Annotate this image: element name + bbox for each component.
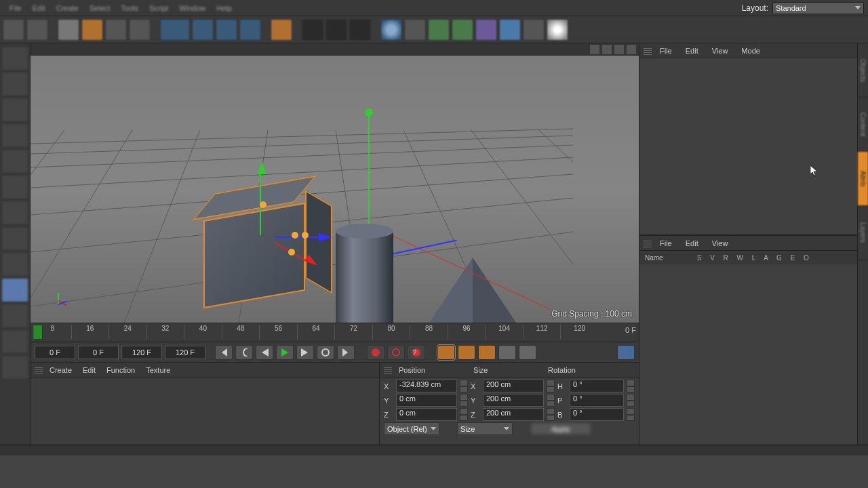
- key-pla-button[interactable]: [519, 345, 536, 360]
- size-x-input[interactable]: 200 cm: [483, 380, 544, 392]
- attr-menu-view[interactable]: View: [707, 238, 734, 249]
- spinner-icon[interactable]: [460, 394, 468, 407]
- mat-menu-texture[interactable]: Texture: [142, 365, 174, 375]
- size-z-input[interactable]: 200 cm: [483, 408, 544, 421]
- topmenu-tools[interactable]: Tools: [115, 1, 144, 15]
- spline-pen-icon[interactable]: [404, 19, 426, 41]
- vtab-layers[interactable]: Layers: [858, 206, 868, 260]
- step-forward-button[interactable]: [296, 345, 314, 360]
- select-tool-icon[interactable]: [58, 19, 79, 41]
- key-rotation-button[interactable]: [478, 345, 496, 360]
- uv-icon[interactable]: [1, 329, 28, 354]
- topmenu-file[interactable]: File: [4, 1, 27, 15]
- viewport-solo-icon[interactable]: [1, 226, 28, 251]
- timeline-ruler[interactable]: 8 16 24 32 40 48 56 64 72 80 88 96 104 1…: [31, 323, 639, 342]
- topmenu-help[interactable]: Help: [211, 1, 237, 15]
- axis-lock-icon[interactable]: [160, 19, 190, 41]
- light-icon[interactable]: [547, 19, 568, 41]
- key-position-button[interactable]: [437, 345, 455, 360]
- vtab-content[interactable]: Content: [858, 98, 868, 152]
- key-scale-button[interactable]: [458, 345, 475, 360]
- key-param-button[interactable]: [498, 345, 516, 360]
- vtab-attributes[interactable]: Attrib: [858, 152, 868, 206]
- panel-grip-icon[interactable]: [644, 239, 652, 247]
- topmenu-window[interactable]: Window: [174, 1, 211, 15]
- coord-apply-button[interactable]: Apply: [530, 422, 591, 435]
- pos-z-input[interactable]: 0 cm: [396, 408, 457, 421]
- coord-size-mode-dropdown[interactable]: Size: [457, 422, 513, 435]
- timeline-options-button[interactable]: [617, 345, 635, 360]
- om-menu-edit[interactable]: Edit: [680, 45, 704, 56]
- spinner-icon[interactable]: [460, 408, 468, 421]
- om-menu-file[interactable]: File: [654, 45, 677, 56]
- range-end-b-field[interactable]: 120 F: [165, 346, 205, 359]
- render-view-icon[interactable]: [271, 19, 292, 41]
- gizmo-z-arrow-icon[interactable]: [319, 233, 332, 241]
- play-back-button[interactable]: [256, 345, 273, 360]
- render-settings-icon[interactable]: [326, 19, 347, 41]
- topmenu-edit[interactable]: Edit: [27, 1, 51, 15]
- range-cur-field[interactable]: 0 F: [78, 346, 119, 359]
- rot-p-input[interactable]: 0 °: [570, 394, 624, 407]
- panel-grip-icon[interactable]: [35, 366, 43, 374]
- goto-end-button[interactable]: [337, 345, 355, 360]
- move-tool-icon[interactable]: [81, 19, 103, 41]
- range-start-field[interactable]: 0 F: [35, 346, 75, 359]
- perspective-viewport[interactable]: Grid Spacing : 100 cm: [31, 56, 639, 323]
- spinner-icon[interactable]: [627, 408, 635, 421]
- axis-mode-icon[interactable]: [1, 201, 28, 225]
- mat-menu-create[interactable]: Create: [45, 365, 76, 375]
- model-mode-icon[interactable]: [1, 46, 28, 70]
- spinner-icon[interactable]: [627, 380, 635, 392]
- panel-grip-icon[interactable]: [384, 366, 392, 374]
- goto-start-button[interactable]: [215, 345, 233, 360]
- loop-button[interactable]: [317, 345, 334, 360]
- point-mode-icon[interactable]: [1, 123, 28, 148]
- topmenu-select[interactable]: Select: [84, 1, 116, 15]
- size-y-input[interactable]: 200 cm: [483, 394, 544, 407]
- keyframe-options-button[interactable]: ?: [408, 345, 425, 360]
- render-region-icon[interactable]: [302, 19, 323, 41]
- pos-x-input[interactable]: -324.839 cm: [396, 380, 457, 392]
- coord-object-mode-dropdown[interactable]: Object (Rel): [384, 422, 439, 435]
- polygon-mode-icon[interactable]: [1, 175, 28, 199]
- gizmo-center-handle[interactable]: [292, 232, 298, 239]
- texture-mode-icon[interactable]: [1, 72, 28, 96]
- rotate-tool-icon[interactable]: [129, 19, 151, 41]
- generator-icon[interactable]: [428, 19, 450, 41]
- spinner-icon[interactable]: [547, 408, 555, 421]
- axis-x-icon[interactable]: [192, 19, 214, 41]
- edge-mode-icon[interactable]: [1, 149, 28, 174]
- redo-icon[interactable]: [26, 19, 48, 41]
- deformer-icon[interactable]: [452, 19, 473, 41]
- play-button[interactable]: [276, 345, 294, 360]
- autokey-button[interactable]: [387, 345, 405, 360]
- spinner-icon[interactable]: [460, 380, 468, 392]
- picture-viewer-icon[interactable]: [349, 19, 371, 41]
- axis-green-handle[interactable]: [365, 108, 373, 117]
- viewport-zoom-icon[interactable]: [602, 45, 612, 54]
- gizmo-z-handle[interactable]: [302, 232, 309, 239]
- rot-b-input[interactable]: 0 °: [570, 408, 624, 421]
- om-menu-mode[interactable]: Mode: [736, 45, 766, 56]
- vtab-objects[interactable]: Objects: [858, 43, 868, 98]
- layout-dropdown[interactable]: Standard: [772, 2, 864, 14]
- record-button[interactable]: [367, 345, 384, 360]
- object-list-area[interactable]: [639, 58, 857, 235]
- primitive-sphere-icon[interactable]: [380, 19, 402, 41]
- viewport-move-icon[interactable]: [590, 45, 599, 54]
- gizmo-y-arrow-icon[interactable]: [258, 161, 266, 174]
- gizmo-x-handle[interactable]: [288, 249, 295, 256]
- pos-y-input[interactable]: 0 cm: [396, 394, 457, 407]
- sculpt-icon[interactable]: [1, 304, 28, 328]
- scale-tool-icon[interactable]: [105, 19, 127, 41]
- om-menu-view[interactable]: View: [707, 45, 734, 56]
- axis-z-icon[interactable]: [239, 19, 261, 41]
- gizmo-y-handle[interactable]: [260, 201, 267, 208]
- mat-menu-function[interactable]: Function: [102, 365, 139, 375]
- spinner-icon[interactable]: [547, 380, 555, 392]
- grid-floor-icon[interactable]: [499, 19, 521, 41]
- viewport-rotate-icon[interactable]: [614, 45, 624, 54]
- step-back-button[interactable]: [235, 345, 253, 360]
- range-end-a-field[interactable]: 120 F: [121, 346, 162, 359]
